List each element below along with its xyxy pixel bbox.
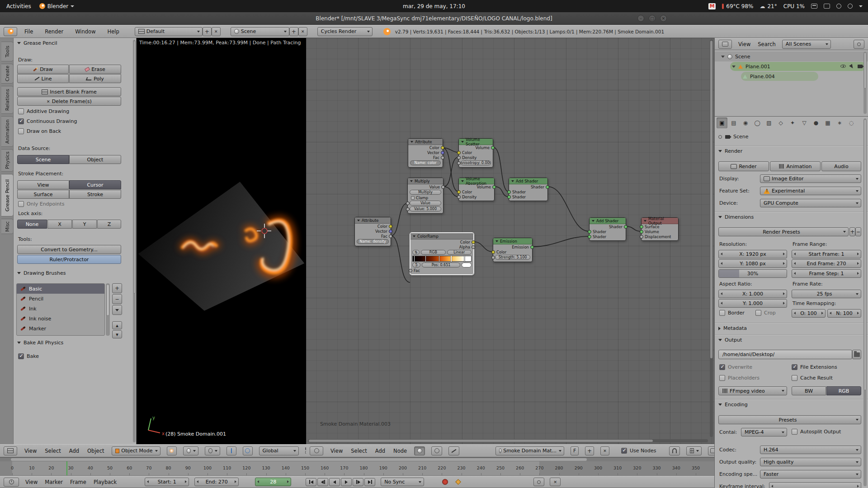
cache-result-checkbox[interactable]: Cache Result: [792, 375, 833, 381]
cpu-indicator[interactable]: CPU 1%: [783, 3, 805, 9]
socket-emission-output[interactable]: [530, 245, 534, 249]
snap-mode-selector[interactable]: [686, 446, 702, 455]
node-attribute-color[interactable]: Attribute Color Vector Fac Name:color: [408, 138, 443, 168]
socket-anisotropy-input[interactable]: [457, 161, 461, 165]
outliner-row-plane004[interactable]: Plane.004: [715, 71, 868, 81]
autosplit-checkbox[interactable]: Autosplit Output: [792, 429, 841, 435]
pivot-point-selector[interactable]: [205, 446, 220, 455]
only-endpoints-checkbox[interactable]: Only Endpoints: [18, 201, 64, 207]
socket-density-input[interactable]: [457, 156, 461, 160]
brush-item-pencil[interactable]: Pencil: [17, 294, 104, 304]
brush-item-ink-noise[interactable]: Ink noise: [17, 314, 104, 324]
drawing-brushes-panel-header[interactable]: Drawing Brushes: [17, 270, 66, 276]
metadata-panel-header[interactable]: Metadata: [718, 325, 747, 331]
clamp-checkbox[interactable]: [411, 196, 415, 200]
delete-layout-button[interactable]: [212, 27, 221, 36]
draw-button[interactable]: Draw: [17, 65, 69, 74]
remove-brush-button[interactable]: −: [112, 294, 122, 304]
lock-axis-y-toggle[interactable]: Y: [72, 220, 97, 229]
additive-drawing-checkbox[interactable]: Additive Drawing: [18, 108, 69, 114]
ramp-stop[interactable]: [425, 256, 426, 262]
move-brush-up-button[interactable]: ▴: [112, 321, 122, 329]
tab-physics[interactable]: Physics: [1, 149, 14, 172]
resolution-percentage-slider[interactable]: 30%: [718, 269, 787, 278]
vp-menu-select[interactable]: Select: [44, 448, 61, 454]
socket-shader-output[interactable]: [624, 225, 627, 229]
visibility-eye-icon[interactable]: [840, 65, 846, 68]
browse-folder-button[interactable]: [852, 350, 861, 359]
tab-object-icon[interactable]: ▧: [764, 117, 774, 128]
socket-value-output[interactable]: [441, 185, 445, 189]
timeline-ruler[interactable]: 0102030405060708090100110120130140150160…: [0, 461, 714, 476]
socket-displacement-input[interactable]: [640, 235, 643, 239]
menu-window[interactable]: Window: [74, 28, 96, 35]
ne-menu-select[interactable]: Select: [350, 448, 368, 454]
feature-set-selector[interactable]: Experimental: [760, 187, 861, 195]
border-checkbox[interactable]: Border: [719, 310, 745, 316]
tab-render-icon[interactable]: ▣: [717, 117, 727, 128]
socket-color-output[interactable]: [472, 240, 475, 244]
window-title-bar[interactable]: Blender* [/mnt/SLAVE 3/MegaSync dmj71ele…: [0, 12, 868, 25]
socket-volume-output[interactable]: [491, 146, 495, 150]
ruler-protractor-button[interactable]: Ruler/Protractor: [17, 255, 121, 264]
outliner-row-plane001[interactable]: Plane.001: [715, 61, 868, 71]
tab-data-icon[interactable]: ▽: [799, 117, 810, 128]
delete-scene-button[interactable]: [298, 27, 307, 36]
jump-to-next-keyframe-button[interactable]: [353, 478, 363, 486]
outliner-menu-search[interactable]: Search: [757, 41, 777, 47]
add-preset-button[interactable]: [849, 227, 855, 236]
node-collapse-icon[interactable]: [413, 235, 415, 237]
tab-tools[interactable]: Tools: [1, 42, 14, 61]
file-format-selector[interactable]: FFmpeg video: [718, 386, 787, 395]
menu-file[interactable]: File: [24, 28, 34, 35]
socket-fac-output[interactable]: [441, 156, 444, 160]
node-material-output[interactable]: Material Output Surface Volume Displacem…: [641, 217, 679, 241]
strength-field[interactable]: Strength: 5.100: [495, 255, 530, 260]
node-collapse-icon[interactable]: [461, 180, 464, 182]
render-panel-header[interactable]: Render: [718, 148, 742, 154]
socket-volume-input[interactable]: [640, 230, 643, 234]
stroke-surface-toggle[interactable]: Surface: [17, 190, 69, 199]
play-button[interactable]: [341, 478, 352, 486]
brush-item-basic[interactable]: Basic: [17, 284, 104, 294]
ramp-interpolation-dropdown[interactable]: Linear: [447, 250, 472, 255]
crop-checkbox[interactable]: Crop: [755, 310, 776, 316]
tab-texture-icon[interactable]: ▦: [822, 117, 833, 128]
editor-type-button[interactable]: [718, 40, 732, 49]
stroke-view-toggle[interactable]: View: [17, 180, 69, 189]
vp-menu-object[interactable]: Object: [86, 448, 105, 454]
editor-type-button[interactable]: [4, 478, 19, 487]
menu-help[interactable]: Help: [107, 28, 120, 35]
erase-button[interactable]: Erase: [69, 65, 121, 74]
render-presets-selector[interactable]: Render Presets: [718, 227, 849, 236]
node-attribute-density[interactable]: Attribute Color Vector Fac Name:density: [354, 217, 391, 246]
delete-frames-button[interactable]: Delete Frame(s): [17, 97, 121, 106]
transform-orientation-selector[interactable]: Global: [259, 446, 299, 455]
encoding-presets-selector[interactable]: Presets: [718, 415, 861, 424]
use-nodes-checkbox[interactable]: Use Nodes: [621, 448, 656, 454]
system-menu-chevron-icon[interactable]: [859, 5, 863, 7]
colorramp-gradient[interactable]: [412, 256, 472, 262]
new-material-button[interactable]: [585, 446, 594, 455]
outliner-filter-button[interactable]: [854, 40, 864, 49]
output-path-field[interactable]: /home/dani/Desktop/: [718, 350, 852, 359]
play-reverse-button[interactable]: [329, 478, 340, 486]
node-volume-absorption[interactable]: Volume Absorption Volume Color Density: [458, 178, 495, 201]
container-selector[interactable]: MPEG-4: [741, 428, 787, 436]
node-add-shader-1[interactable]: Add Shader Shader Shader Shader: [509, 178, 548, 201]
window-minimize-button[interactable]: –: [637, 15, 644, 22]
aspect-x-field[interactable]: X: 1.000: [718, 290, 787, 298]
current-frame-field[interactable]: 28: [255, 478, 291, 486]
color-bw-toggle[interactable]: BW: [792, 386, 826, 395]
manipulator-translate-toggle[interactable]: [226, 446, 236, 455]
brush-list-scrollbar[interactable]: [106, 283, 110, 336]
node-editor-vscrollbar[interactable]: [710, 40, 713, 437]
outliner-menu-view[interactable]: View: [737, 41, 751, 47]
brush-item-ink[interactable]: Ink: [17, 304, 104, 314]
tl-menu-frame[interactable]: Frame: [69, 479, 87, 485]
tl-menu-view[interactable]: View: [24, 479, 38, 485]
power-icon[interactable]: [848, 4, 853, 9]
line-button[interactable]: Line: [17, 74, 69, 83]
outliner-scrollbar[interactable]: [863, 52, 867, 114]
properties-scrollbar[interactable]: [863, 118, 867, 486]
